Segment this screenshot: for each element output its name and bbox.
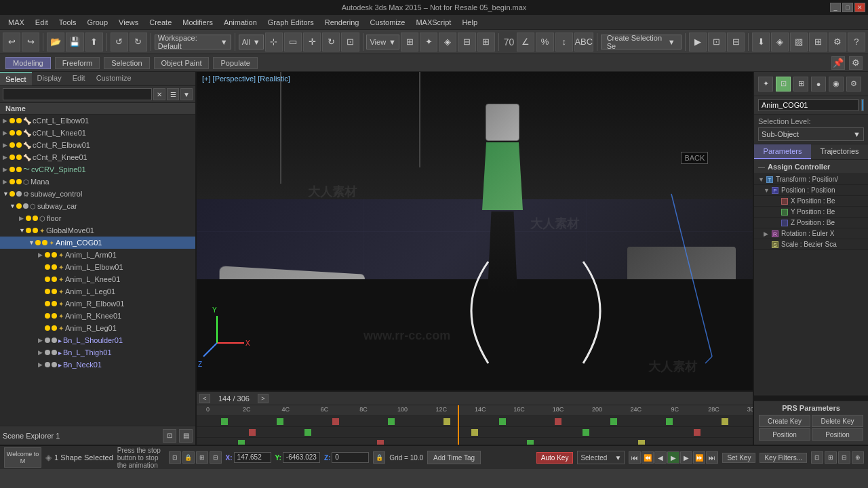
menu-views[interactable]: Views [113, 17, 144, 28]
tree-item-mana[interactable]: ▶ ⬡ Mana [0, 176, 195, 188]
rt-btn-display[interactable]: ◉ [829, 77, 844, 92]
tree-item-anim-r-elbow01[interactable]: ✦ Anim_R_Elbow01 [0, 298, 195, 310]
mini-btn-1[interactable]: ⊡ [811, 451, 823, 464]
tree-item-anim-r-knee01[interactable]: ✦ Anim_R_Knee01 [0, 310, 195, 322]
close-button[interactable]: ✕ [854, 3, 865, 12]
redo-button[interactable]: ↪ [22, 33, 39, 52]
mirror-button[interactable]: ⊟ [458, 33, 475, 52]
edit-tab[interactable]: Edit [67, 72, 91, 85]
viewport[interactable]: X Y Z 大人素材 大人素材 www.rr-cc.com 大人素材 BACK [197, 72, 753, 390]
ctrl-z-position[interactable]: Z Position : Be [754, 218, 868, 228]
mini-btn-2[interactable]: ⊞ [825, 451, 837, 464]
status-icon-2[interactable]: 🔒 [182, 451, 195, 464]
tab-parameters[interactable]: Parameters [754, 144, 811, 159]
collapse-icon[interactable]: — [758, 163, 765, 171]
menu-create[interactable]: Create [144, 17, 177, 28]
save-button[interactable]: 💾 [66, 33, 83, 52]
set-key-button[interactable]: Set Key [722, 453, 755, 463]
next-key-button[interactable]: ⏩ [693, 451, 705, 464]
reference-button[interactable]: ⊞ [401, 33, 418, 52]
align-button[interactable]: ⊞ [477, 33, 495, 52]
key-dot[interactable] [277, 418, 283, 425]
welcome-button[interactable]: Welcome to M [4, 447, 41, 468]
display-tab[interactable]: Display [32, 72, 67, 85]
go-end-button[interactable]: ⏭ [706, 451, 718, 464]
add-time-tag-button[interactable]: Add Time Tag [427, 451, 481, 464]
tree-item-globalmove01[interactable]: ▼ ✦ GlobalMove01 [0, 224, 195, 237]
ctrl-tree-scrollbar[interactable] [754, 395, 868, 401]
tree-item-anim-r-leg01[interactable]: ✦ Anim_R_Leg01 [0, 322, 195, 334]
maximize-button[interactable]: □ [842, 3, 853, 12]
status-icon-4[interactable]: ⊟ [210, 451, 222, 464]
key-dot-red[interactable] [377, 440, 384, 445]
key-dot[interactable] [610, 418, 617, 425]
ctrl-scale[interactable]: S Scale : Bezier Sca [754, 239, 868, 250]
undo-scene-button[interactable]: ↺ [111, 33, 128, 52]
undo-button[interactable]: ↩ [3, 33, 20, 52]
tree-item-bn-neck01[interactable]: ▶ ▸ Bn_Neck01 [0, 359, 195, 371]
tab-object-paint[interactable]: Object Paint [154, 57, 210, 69]
map-button[interactable]: ▨ [790, 33, 808, 52]
key-dot-yellow[interactable] [638, 440, 645, 445]
menu-max[interactable]: MAX [3, 17, 30, 28]
tab-freeform[interactable]: Freeform [55, 57, 100, 69]
tree-item-cvcrv-spine01[interactable]: ▶ 〜 cvCRV_Spine01 [0, 163, 195, 176]
material-button[interactable]: ◈ [771, 33, 789, 52]
selected-dropdown[interactable]: Selected ▼ [577, 451, 625, 464]
tab-trajectories[interactable]: Trajectories [811, 144, 868, 159]
search-options-button[interactable]: ☰ [167, 88, 179, 100]
select-region-button[interactable]: ▭ [284, 33, 302, 52]
tree-item-ccnt-l-knee01[interactable]: ▶ 🦴 cCnt_L_Knee01 [0, 127, 195, 139]
named-sel-button[interactable]: ABC [574, 33, 593, 52]
menu-help[interactable]: Help [456, 17, 483, 28]
prev-frame-button[interactable]: ◀ [654, 451, 667, 464]
status-icon-3[interactable]: ⊞ [196, 451, 208, 464]
delete-key-button[interactable]: Delete Key [812, 415, 863, 427]
key-filters-button[interactable]: Key Filters... [760, 453, 807, 463]
select-button[interactable]: ⊹ [265, 33, 283, 52]
key-dot[interactable] [499, 418, 506, 425]
menu-animation[interactable]: Animation [218, 17, 262, 28]
prev-key-button[interactable]: ⏪ [642, 451, 654, 464]
render-button[interactable]: ⊡ [708, 33, 726, 52]
tree-item-subway-control[interactable]: ▼ ⚙ subway_control [0, 188, 195, 200]
view-dropdown[interactable]: View ▼ [366, 35, 399, 49]
tree-item-anim-cog01[interactable]: ▼ ✦ Anim_COG01 [0, 237, 195, 249]
export-button[interactable]: ⬇ [752, 33, 770, 52]
timeline-left-button[interactable]: < [199, 394, 210, 403]
lock-button[interactable]: 🔒 [373, 451, 385, 464]
minimize-button[interactable]: _ [830, 3, 841, 12]
open-button[interactable]: 📂 [47, 33, 64, 52]
rt-btn-modify[interactable]: ⊡ [776, 77, 791, 92]
play-button[interactable]: ▶ [667, 451, 679, 464]
help-button[interactable]: ? [848, 33, 865, 52]
tree-item-ccnt-r-knee01[interactable]: ▶ 🦴 cCnt_R_Knee01 [0, 151, 195, 163]
tree-item-ccnt-l-elbow01[interactable]: ▶ 🦴 cCnt_L_Elbow01 [0, 115, 195, 127]
timeline-right-button[interactable]: > [258, 394, 269, 403]
key-dot[interactable] [304, 429, 311, 436]
tree-item-floor[interactable]: ▶ ⬡ floor [0, 212, 195, 224]
tree-item-ccnt-r-elbow01[interactable]: ▶ 🦴 cCnt_R_Elbow01 [0, 139, 195, 151]
mini-btn-3[interactable]: ⊟ [838, 451, 850, 464]
position-button-1[interactable]: Position [759, 428, 810, 441]
position-button-2[interactable]: Position [812, 428, 863, 441]
go-start-button[interactable]: ⏮ [629, 451, 641, 464]
tree-item-anim-l-knee01[interactable]: ✦ Anim_L_Knee01 [0, 273, 195, 285]
key-dot-red[interactable] [555, 418, 561, 425]
key-dot-red[interactable] [332, 418, 339, 425]
key-dot-red[interactable] [249, 429, 256, 436]
tree-item-anim-l-leg01[interactable]: ✦ Anim_L_Leg01 [0, 285, 195, 298]
move-button[interactable]: ✛ [303, 33, 321, 52]
ctrl-y-position[interactable]: Y Position : Be [754, 207, 868, 218]
tab-populate[interactable]: Populate [213, 57, 257, 69]
tab-modeling[interactable]: Modeling [5, 57, 51, 69]
rt-btn-create[interactable]: ✦ [758, 77, 773, 92]
rt-btn-hierarchy[interactable]: ⊞ [793, 77, 808, 92]
pin-button[interactable]: 📌 [831, 56, 845, 70]
tree-item-bn-l-shoulder01[interactable]: ▶ ▸ Bn_L_Shoulder01 [0, 334, 195, 346]
key-dot-yellow[interactable] [471, 429, 478, 436]
ctrl-transform[interactable]: ▼ T Transform : Position/ [754, 174, 868, 185]
object-color-swatch[interactable] [861, 99, 864, 111]
settings-button[interactable]: ⚙ [849, 56, 863, 70]
menu-graph-editors[interactable]: Graph Editors [262, 17, 319, 28]
